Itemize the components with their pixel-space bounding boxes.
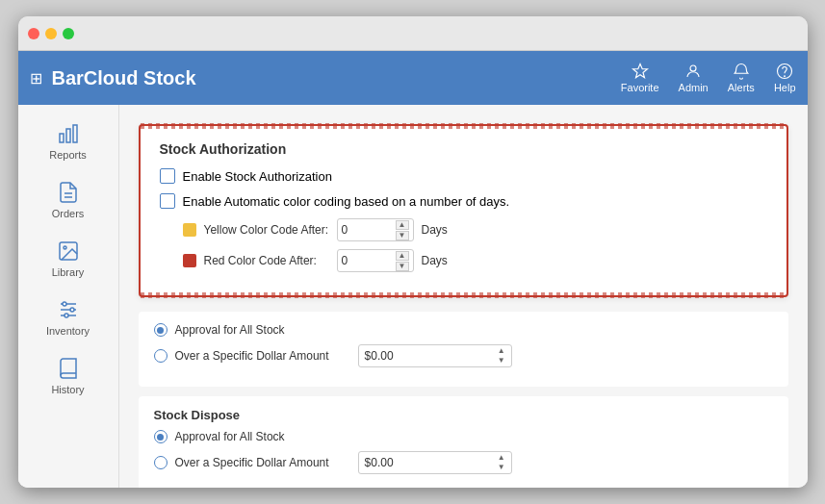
- sidebar-item-orders[interactable]: Orders: [18, 173, 118, 227]
- nav-right: Favorite Admin Alerts Help: [621, 63, 796, 93]
- stock-authorization-card: Stock Authorization Enable Stock Authori…: [139, 124, 788, 297]
- book-icon: [57, 357, 80, 380]
- favorite-nav-item[interactable]: Favorite: [621, 63, 659, 93]
- enable-color-row: Enable Automatic color coding based on a…: [160, 193, 767, 209]
- close-button[interactable]: [28, 28, 39, 39]
- dispose-specific-dollar-row: Over a Specific Dollar Amount $0.00 ▲ ▼: [154, 451, 773, 474]
- file-icon: [57, 181, 80, 204]
- svg-point-15: [70, 308, 74, 312]
- svg-rect-6: [73, 125, 77, 142]
- svg-point-16: [64, 314, 68, 317]
- dispose-dollar-up[interactable]: ▲: [498, 453, 505, 463]
- receive-approval-all-radio[interactable]: [154, 323, 168, 337]
- yellow-value: 0: [342, 223, 348, 237]
- receive-specific-dollar-radio[interactable]: [154, 349, 168, 363]
- red-input[interactable]: 0 ▲ ▼: [337, 249, 414, 272]
- yellow-spinner: ▲ ▼: [396, 220, 409, 240]
- reports-label: Reports: [49, 149, 87, 161]
- svg-rect-4: [60, 134, 64, 142]
- nav-bar: ⊞ BarCloud Stock Favorite Admin Alerts H…: [18, 51, 808, 105]
- enable-auth-row: Enable Stock Authorization: [160, 168, 767, 184]
- svg-point-14: [63, 302, 66, 306]
- content-area: Stock Authorization Enable Stock Authori…: [119, 105, 808, 488]
- red-value: 0: [342, 254, 348, 267]
- nav-left: ⊞ BarCloud Stock: [30, 67, 196, 89]
- svg-point-3: [785, 76, 786, 77]
- dispose-dollar-value: $0.00: [365, 456, 394, 469]
- dispose-specific-dollar-label: Over a Specific Dollar Amount: [175, 456, 329, 469]
- dispose-approval-all-row: Approval for All Stock: [154, 430, 773, 443]
- receive-dollar-down[interactable]: ▼: [498, 356, 505, 365]
- red-label: Red Color Code After:: [204, 254, 329, 267]
- receive-specific-dollar-label: Over a Specific Dollar Amount: [175, 349, 329, 363]
- receive-dollar-input[interactable]: $0.00 ▲ ▼: [358, 344, 512, 367]
- stock-receive-section: Approval for All Stock Over a Specific D…: [139, 312, 788, 387]
- yellow-days: Days: [422, 223, 448, 237]
- help-icon: [776, 63, 793, 80]
- orders-label: Orders: [52, 208, 85, 219]
- help-label: Help: [774, 82, 796, 93]
- yellow-up-btn[interactable]: ▲: [396, 220, 409, 230]
- traffic-lights: [28, 28, 74, 39]
- yellow-color-row: Yellow Color Code After: 0 ▲ ▼ Days: [183, 218, 767, 241]
- sidebar-item-library[interactable]: Library: [18, 232, 118, 286]
- red-color-row: Red Color Code After: 0 ▲ ▼ Days: [183, 249, 767, 272]
- red-swatch: [183, 254, 196, 267]
- star-icon: [632, 63, 649, 80]
- main-content: Reports Orders Library Inventory: [18, 105, 808, 488]
- enable-auth-checkbox[interactable]: [160, 168, 175, 184]
- stock-auth-title: Stock Authorization: [160, 141, 767, 157]
- bell-icon: [733, 63, 750, 80]
- dispose-dollar-spinner: ▲ ▼: [498, 453, 505, 472]
- bar-chart-icon: [57, 122, 80, 145]
- svg-rect-5: [66, 129, 70, 142]
- receive-specific-dollar-row: Over a Specific Dollar Amount $0.00 ▲ ▼: [154, 344, 773, 367]
- grid-icon[interactable]: ⊞: [30, 69, 42, 88]
- alerts-nav-item[interactable]: Alerts: [728, 63, 755, 93]
- stock-dispose-title: Stock Dispose: [154, 408, 773, 422]
- user-icon: [684, 63, 702, 80]
- enable-auth-label: Enable Stock Authorization: [183, 169, 332, 184]
- yellow-swatch: [183, 223, 196, 237]
- stock-dispose-section: Stock Dispose Approval for All Stock Ove…: [139, 396, 788, 488]
- history-label: History: [51, 384, 84, 395]
- image-icon: [57, 239, 80, 263]
- sidebar: Reports Orders Library Inventory: [18, 105, 119, 488]
- sidebar-item-inventory[interactable]: Inventory: [18, 290, 118, 344]
- sidebar-item-history[interactable]: History: [18, 349, 118, 403]
- dispose-dollar-input[interactable]: $0.00 ▲ ▼: [358, 451, 512, 474]
- receive-approval-all-label: Approval for All Stock: [175, 323, 285, 337]
- alerts-label: Alerts: [728, 82, 755, 93]
- dispose-approval-all-radio[interactable]: [154, 430, 168, 443]
- minimize-button[interactable]: [45, 28, 57, 39]
- yellow-input[interactable]: 0 ▲ ▼: [337, 218, 414, 241]
- red-up-btn[interactable]: ▲: [396, 251, 409, 261]
- admin-nav-item[interactable]: Admin: [679, 63, 709, 93]
- red-days: Days: [422, 254, 448, 267]
- yellow-label: Yellow Color Code After:: [204, 223, 329, 237]
- receive-dollar-spinner: ▲ ▼: [498, 346, 505, 365]
- enable-color-label: Enable Automatic color coding based on a…: [183, 194, 510, 209]
- enable-color-checkbox[interactable]: [160, 193, 175, 209]
- red-down-btn[interactable]: ▼: [396, 262, 409, 271]
- svg-point-1: [690, 65, 696, 71]
- yellow-down-btn[interactable]: ▼: [396, 231, 409, 240]
- main-window: ⊞ BarCloud Stock Favorite Admin Alerts H…: [18, 16, 808, 488]
- red-spinner: ▲ ▼: [396, 251, 409, 271]
- svg-marker-0: [632, 64, 647, 78]
- title-bar: [18, 16, 808, 51]
- svg-point-10: [64, 246, 66, 249]
- receive-dollar-up[interactable]: ▲: [498, 346, 505, 356]
- sliders-icon: [57, 298, 80, 321]
- inventory-label: Inventory: [46, 325, 90, 337]
- favorite-label: Favorite: [621, 82, 659, 93]
- help-nav-item[interactable]: Help: [774, 63, 796, 93]
- receive-approval-all-row: Approval for All Stock: [154, 323, 773, 337]
- dispose-dollar-down[interactable]: ▼: [498, 463, 505, 472]
- admin-label: Admin: [679, 82, 709, 93]
- sidebar-item-reports[interactable]: Reports: [18, 114, 118, 168]
- maximize-button[interactable]: [63, 28, 74, 39]
- nav-title: BarCloud Stock: [52, 67, 196, 89]
- receive-dollar-value: $0.00: [365, 349, 394, 363]
- dispose-specific-dollar-radio[interactable]: [154, 456, 168, 469]
